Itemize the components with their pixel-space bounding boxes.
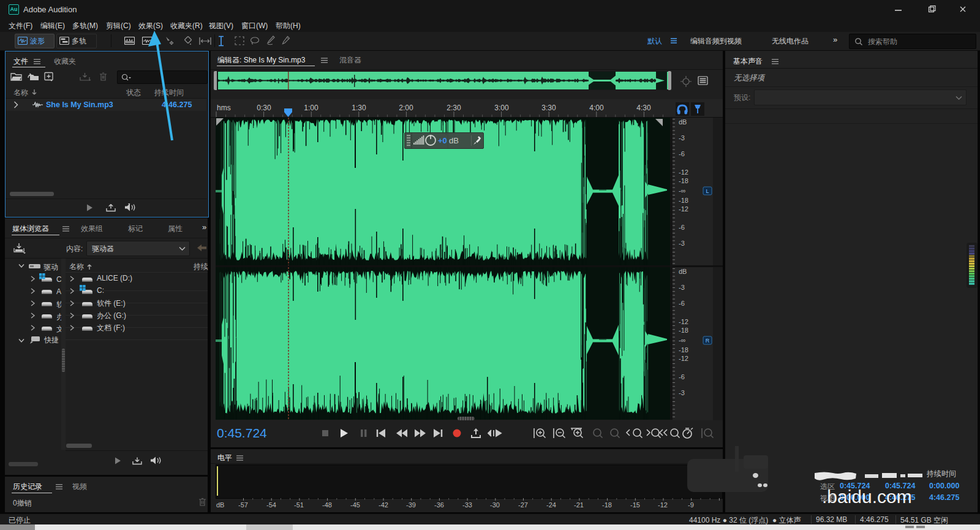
- svg-text:dB: dB: [216, 501, 224, 509]
- svg-text:-12: -12: [679, 168, 688, 176]
- svg-text:dB: dB: [679, 118, 687, 126]
- svg-text:dB: dB: [449, 136, 459, 145]
- svg-text:-57: -57: [238, 501, 248, 509]
- svg-text:+0: +0: [438, 136, 447, 145]
- svg-text:-18: -18: [602, 501, 612, 509]
- svg-text:-18: -18: [679, 177, 688, 184]
- svg-text:-6: -6: [679, 224, 685, 231]
- svg-text:3:00: 3:00: [494, 104, 509, 112]
- svg-text:-33: -33: [462, 501, 472, 509]
- svg-text:-21: -21: [574, 501, 584, 509]
- svg-text:hms: hms: [217, 104, 231, 112]
- svg-text:L: L: [706, 188, 709, 194]
- svg-text:-3: -3: [679, 284, 685, 291]
- svg-text:-∞: -∞: [679, 336, 686, 344]
- svg-text:-42: -42: [379, 501, 388, 509]
- svg-text:-48: -48: [322, 501, 332, 509]
- svg-text:-6: -6: [679, 300, 685, 307]
- svg-text:R: R: [706, 338, 710, 344]
- svg-text:-6: -6: [679, 373, 685, 380]
- svg-text:2:00: 2:00: [399, 104, 413, 112]
- svg-text:-30: -30: [490, 501, 500, 509]
- svg-text:2:30: 2:30: [447, 104, 461, 112]
- svg-text:-51: -51: [294, 501, 304, 509]
- svg-text:-12: -12: [679, 355, 688, 362]
- svg-text:-3: -3: [679, 389, 685, 396]
- svg-text:-18: -18: [679, 197, 688, 204]
- svg-text:1:30: 1:30: [352, 104, 366, 112]
- svg-text:-6: -6: [679, 150, 685, 157]
- svg-text:3:30: 3:30: [541, 104, 556, 112]
- svg-text:-3: -3: [679, 240, 685, 247]
- svg-text:-12: -12: [658, 501, 668, 509]
- svg-text:-15: -15: [630, 501, 640, 509]
- svg-text:-12: -12: [679, 318, 688, 325]
- svg-text:-18: -18: [679, 346, 688, 354]
- svg-text:-9: -9: [688, 501, 694, 509]
- svg-text:-36: -36: [434, 501, 444, 509]
- svg-text:4:00: 4:00: [589, 104, 604, 112]
- svg-text:4:30: 4:30: [636, 104, 651, 112]
- svg-text:-45: -45: [350, 501, 360, 509]
- svg-text:-12: -12: [679, 205, 688, 213]
- svg-text:-54: -54: [266, 501, 276, 509]
- svg-text:-3: -3: [679, 134, 685, 142]
- svg-text:-27: -27: [518, 501, 528, 509]
- svg-text:1:00: 1:00: [304, 104, 318, 112]
- svg-text:0:30: 0:30: [257, 104, 271, 112]
- svg-text:-∞: -∞: [679, 187, 686, 194]
- svg-text:-39: -39: [406, 501, 416, 509]
- svg-text:dB: dB: [679, 268, 687, 275]
- svg-text:-18: -18: [679, 327, 688, 334]
- svg-text:-24: -24: [546, 501, 556, 509]
